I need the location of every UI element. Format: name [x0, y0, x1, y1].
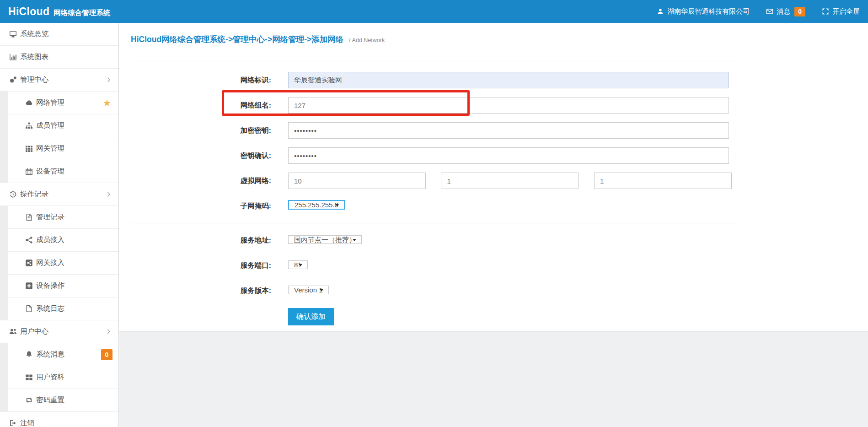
fullscreen-button[interactable]: 开启全屏: [822, 7, 860, 16]
breadcrumb: HiCloud网络综合管理系统->管理中心->网络管理->添加网络 / Add …: [131, 34, 385, 45]
encrypt-key-input[interactable]: [288, 122, 729, 139]
share-square-icon: [25, 259, 33, 267]
sidebar-item-password-reset[interactable]: 密码重置: [0, 389, 118, 412]
field-row-subnet-mask: 子网掩码: 255.255.255.0: [119, 198, 868, 214]
key-confirm-label: 密钥确认:: [119, 147, 271, 164]
network-id-input[interactable]: [288, 72, 729, 88]
sitemap-icon: [25, 122, 33, 130]
brand-name: HiCloud: [8, 5, 49, 18]
messages-label: 消息: [777, 7, 790, 16]
service-version-value: Version 1: [294, 286, 323, 294]
messages-link[interactable]: 消息 0: [766, 7, 805, 16]
sidebar-item-system-overview[interactable]: 系统总览: [0, 23, 118, 46]
breadcrumb-path[interactable]: HiCloud网络综合管理系统->管理中心->网络管理->添加网络: [131, 35, 343, 44]
file-icon: [25, 305, 33, 313]
sidebar-item-label: 成员接入: [36, 235, 64, 245]
calendar-icon: [25, 168, 33, 175]
sidebar-item-label: 网关接入: [36, 258, 64, 268]
sidebar-item-device-management[interactable]: 设备管理: [0, 160, 118, 183]
sidebar-item-label: 系统日志: [36, 304, 64, 313]
company-link[interactable]: 湖南华辰智通科技有限公司: [657, 7, 750, 16]
sidebar-item-label: 设备管理: [36, 167, 64, 176]
network-id-label: 网络标识:: [119, 72, 271, 88]
app-root: HiCloud 网络综合管理系统 湖南华辰智通科技有限公司 消息 0 开启全屏 …: [0, 0, 868, 427]
share-icon: [25, 236, 33, 244]
sidebar-item-member-management[interactable]: 成员管理: [0, 114, 118, 137]
main-content: HiCloud网络综合管理系统->管理中心->网络管理->添加网络 / Add …: [119, 23, 868, 427]
sidebar-item-label: 注销: [20, 418, 34, 427]
field-row-virtual-network: 虚拟网络:: [119, 173, 868, 189]
chevron-right-icon: [106, 77, 112, 83]
history-icon: [9, 190, 17, 198]
sidebar: 系统总览 系统图表 管理中心 网络管理 成员管理 网关管理 设备管理: [0, 23, 119, 427]
service-port-label: 服务端口:: [119, 257, 271, 274]
service-address-select[interactable]: 国内节点一（推荐）: [288, 235, 362, 244]
sidebar-item-management-center[interactable]: 管理中心: [0, 69, 118, 92]
field-row-service-port: 服务端口: 81: [119, 257, 868, 274]
plus-square-icon: [25, 282, 33, 290]
sidebar-item-gateway-access[interactable]: 网关接入: [0, 252, 118, 275]
service-version-label: 服务版本:: [119, 282, 271, 299]
sidebar-item-label: 用户资料: [36, 373, 64, 382]
field-row-encrypt-key: 加密密钥:: [119, 122, 868, 139]
network-group-label: 网络组名:: [119, 97, 271, 114]
caret-down-icon: [335, 204, 339, 208]
sidebar-item-system-charts[interactable]: 系统图表: [0, 46, 118, 69]
brand-suffix: 网络综合管理系统: [54, 8, 110, 18]
retweet-icon: [25, 396, 33, 404]
service-version-select[interactable]: Version 1: [288, 286, 329, 294]
sidebar-item-system-messages[interactable]: 系统消息 0: [0, 343, 118, 366]
messages-count-badge: 0: [101, 349, 113, 360]
sidebar-item-member-access[interactable]: 成员接入: [0, 229, 118, 252]
user-icon: [657, 8, 664, 15]
service-address-value: 国内节点一（推荐）: [294, 236, 356, 243]
sidebar-item-label: 用户中心: [20, 327, 48, 336]
sidebar-item-label: 设备操作: [36, 281, 64, 291]
virtual-network-input-1[interactable]: [288, 173, 426, 189]
virtual-network-input-3[interactable]: [594, 173, 732, 189]
sidebar-item-label: 系统总览: [20, 29, 48, 39]
sidebar-item-management-records[interactable]: 管理记录: [0, 206, 118, 229]
caret-down-icon: [299, 264, 302, 268]
field-row-network-id: 网络标识:: [119, 72, 868, 88]
key-confirm-input[interactable]: [288, 147, 729, 164]
field-row-network-group: 网络组名:: [119, 97, 868, 114]
field-row-service-version: 服务版本: Version 1: [119, 282, 868, 299]
brand: HiCloud 网络综合管理系统: [8, 5, 110, 18]
sidebar-item-network-management[interactable]: 网络管理: [0, 92, 118, 114]
section-divider: [131, 223, 737, 223]
sidebar-item-label: 系统消息: [36, 350, 64, 359]
sidebar-item-label: 管理中心: [20, 75, 48, 85]
sidebar-item-system-logs[interactable]: 系统日志: [0, 297, 118, 320]
subnet-mask-value: 255.255.255.0: [295, 201, 338, 209]
subnet-mask-select[interactable]: 255.255.255.0: [288, 200, 345, 210]
sidebar-item-gateway-management[interactable]: 网关管理: [0, 137, 118, 160]
sidebar-item-user-center[interactable]: 用户中心: [0, 320, 118, 343]
network-group-input[interactable]: [288, 97, 729, 114]
cloud-icon: [25, 99, 33, 107]
footer-gray-area: [119, 331, 868, 427]
service-address-label: 服务地址:: [119, 232, 271, 249]
sidebar-item-logout[interactable]: 注销: [0, 412, 118, 427]
envelope-icon: [766, 8, 773, 15]
sidebar-item-operation-records[interactable]: 操作记录: [0, 183, 118, 206]
service-port-select[interactable]: 81: [288, 260, 308, 269]
favorite-star-icon: [103, 98, 111, 108]
subnet-mask-label: 子网掩码:: [119, 198, 271, 214]
caret-down-icon: [353, 239, 356, 243]
sidebar-item-user-profile[interactable]: 用户资料: [0, 366, 118, 389]
chevron-right-icon: [106, 191, 112, 197]
logout-icon: [9, 419, 17, 427]
sidebar-item-label: 网关管理: [36, 144, 64, 153]
desktop-icon: [9, 30, 17, 38]
fullscreen-icon: [822, 8, 829, 15]
virtual-network-input-2[interactable]: [441, 173, 579, 189]
messages-count-badge: 0: [794, 7, 805, 16]
sidebar-item-label: 系统图表: [20, 52, 48, 62]
th-large-icon: [25, 373, 33, 381]
grid-icon: [25, 145, 33, 152]
confirm-add-button[interactable]: 确认添加: [288, 308, 334, 325]
sidebar-item-device-operations[interactable]: 设备操作: [0, 275, 118, 297]
navbar-right: 湖南华辰智通科技有限公司 消息 0 开启全屏: [657, 7, 860, 16]
top-navbar: HiCloud 网络综合管理系统 湖南华辰智通科技有限公司 消息 0 开启全屏: [0, 0, 868, 23]
